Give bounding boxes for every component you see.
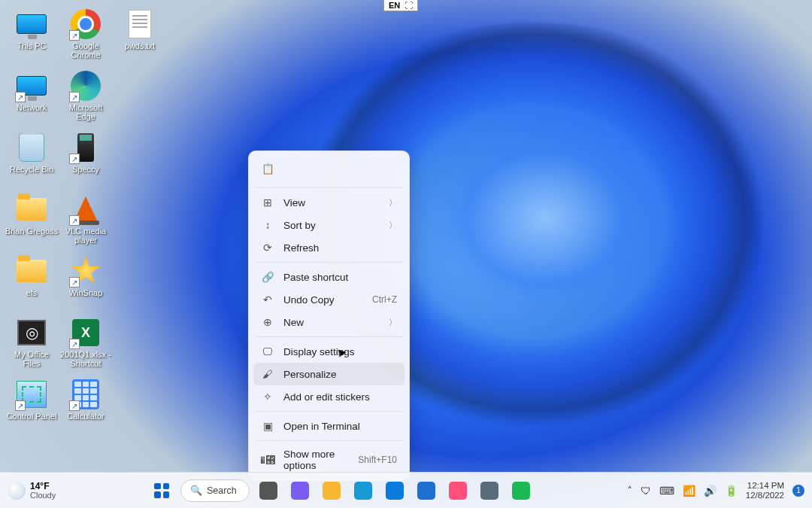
ctx-item-hint: Ctrl+Z: [372, 294, 397, 305]
tray-volume-icon[interactable]: 🔊: [704, 485, 717, 497]
desktop-context-menu: 📋 ⊞ View 〉 ↕ Sort by 〉 ⟳ Refresh 🔗 Paste…: [248, 151, 410, 481]
shortcut-overlay-icon: ↗: [69, 400, 80, 411]
desktop-icon-speccy[interactable]: ↗ Speccy: [59, 129, 113, 188]
taskbar-clock[interactable]: 12:14 PM 12/8/2022: [746, 481, 784, 500]
expand-icon: ⛶: [404, 1, 413, 10]
ctx-show-more[interactable]: �⵫ Show more options Shift+F10: [253, 444, 404, 476]
network-icon: ↗: [15, 69, 48, 102]
taskbar-app-photos[interactable]: [445, 478, 471, 503]
desktop-icon-brian-gregoss[interactable]: Brian Gregoss: [5, 191, 59, 250]
ctx-item-label: Undo Copy: [283, 294, 363, 306]
shortcut-overlay-icon: ↗: [69, 154, 80, 164]
calculator-icon: ↗: [69, 378, 102, 411]
desktop-icon-label: Speccy: [72, 165, 99, 174]
taskbar-app-settings[interactable]: [477, 478, 502, 503]
ctx-new[interactable]: ⊕ New 〉: [253, 311, 404, 333]
desktop-icon-label: Microsoft Edge: [59, 103, 113, 121]
ctx-sort-by[interactable]: ↕ Sort by 〉: [253, 214, 404, 236]
excel-shortcut-icon: X↗: [69, 316, 102, 349]
search-icon: 🔍: [190, 485, 202, 496]
shortcut-overlay-icon: ↗: [69, 339, 80, 349]
store-icon: [386, 482, 404, 500]
desktop-icon-network[interactable]: ↗ Network: [5, 68, 59, 126]
weather-widget[interactable]: 14°F Cloudy: [8, 482, 56, 500]
desktop-icon-winsnap[interactable]: ↗ WinSnap: [59, 253, 113, 312]
grid-icon: ⊞: [261, 196, 274, 209]
display-icon: 🖵: [261, 345, 274, 358]
notification-badge[interactable]: 1: [792, 485, 804, 497]
ctx-toolbar-paste[interactable]: 📋: [258, 159, 277, 178]
taskbar-app-mail[interactable]: [414, 478, 439, 503]
search-label: Search: [207, 485, 237, 496]
brush-icon: 🖌: [261, 367, 274, 381]
taskbar-left: 14°F Cloudy: [8, 482, 56, 500]
desktop-icon-label: 2001Q1.xlsx - Shortcut: [59, 350, 113, 368]
desktop-icon-pwds-txt[interactable]: pwds.txt: [113, 6, 167, 65]
taskbar-app-chat[interactable]: [287, 478, 313, 503]
taskbar-app-store[interactable]: [382, 478, 408, 503]
weather-icon: [8, 482, 26, 500]
taskbar-search[interactable]: 🔍Search: [180, 479, 250, 502]
ctx-item-label: Refresh: [283, 242, 397, 254]
spotify-icon: [512, 482, 530, 500]
ctx-open-terminal[interactable]: ▣ Open in Terminal: [253, 415, 404, 437]
ctx-item-label: Add or edit stickers: [283, 391, 397, 403]
sticker-icon: ✧: [261, 390, 274, 403]
desktop-icon-calculator[interactable]: ↗ Calculator: [59, 376, 113, 435]
chevron-right-icon: 〉: [389, 317, 397, 328]
desktop-icon-google-chrome[interactable]: ↗ Google Chrome: [59, 6, 113, 65]
ctx-display-settings[interactable]: 🖵 Display settings: [253, 340, 404, 363]
taskbar-app-task-view[interactable]: [256, 478, 281, 503]
plus-icon: ⊕: [261, 315, 274, 329]
desktop-icon-efs[interactable]: efs: [5, 253, 59, 312]
desktop-icon-vlc[interactable]: ↗ VLC media player: [59, 191, 113, 250]
start-button[interactable]: [149, 478, 174, 503]
tray-overflow-button[interactable]: ˄: [627, 485, 632, 497]
chevron-right-icon: 〉: [389, 220, 397, 231]
pwds-txt-icon: [123, 8, 156, 41]
ctx-item-label: Open in Terminal: [283, 421, 397, 432]
desktop-icon-this-pc[interactable]: This PC: [5, 6, 59, 65]
undo-icon: ↶: [261, 293, 274, 306]
taskbar-right-tray: ˄🛡⌨📶🔊🔋 12:14 PM 12/8/2022 1: [627, 481, 804, 500]
desktop-icon-label: This PC: [17, 41, 46, 50]
ctx-item-label: View: [283, 197, 380, 208]
tray-wifi-icon[interactable]: 📶: [683, 485, 695, 497]
clock-time: 12:14 PM: [747, 481, 784, 491]
ctx-item-label: Sort by: [283, 220, 380, 231]
ctx-stickers[interactable]: ✧ Add or edit stickers: [253, 385, 404, 408]
tray-security-icon[interactable]: 🛡: [641, 485, 651, 497]
mail-icon: [417, 482, 435, 500]
language-indicator[interactable]: EN ⛶: [383, 0, 418, 11]
desktop-icon-label: My Office Files: [5, 350, 59, 368]
ctx-refresh[interactable]: ⟳ Refresh: [253, 236, 404, 259]
microsoft-edge-icon: ↗: [69, 69, 102, 102]
context-menu-toolbar: 📋: [253, 156, 404, 184]
shortcut-overlay-icon: ↗: [69, 277, 80, 287]
shortcut-overlay-icon: ↗: [69, 215, 80, 226]
tray-keyboard-icon[interactable]: ⌨: [659, 485, 674, 497]
clock-date: 12/8/2022: [746, 491, 784, 500]
ctx-personalize[interactable]: 🖌 Personalize: [253, 363, 404, 385]
desktop-icon-label: Google Chrome: [59, 41, 113, 59]
ctx-undo-copy[interactable]: ↶ Undo Copy Ctrl+Z: [253, 288, 404, 311]
weather-condition: Cloudy: [30, 491, 56, 500]
desktop-icon-control-panel[interactable]: ↗ Control Panel: [5, 376, 59, 435]
desktop-icon-recycle-bin[interactable]: Recycle Bin: [5, 129, 59, 188]
taskbar-app-edge[interactable]: [350, 478, 376, 503]
desktop-icon-my-office-files[interactable]: ◎ My Office Files: [5, 315, 59, 373]
desktop-icon-label: Network: [17, 103, 47, 112]
ctx-paste-shortcut[interactable]: 🔗 Paste shortcut: [253, 266, 404, 288]
taskbar-app-file-explorer[interactable]: [319, 478, 344, 503]
ctx-item-label: Paste shortcut: [283, 272, 397, 283]
desktop-icon-excel-shortcut[interactable]: X↗ 2001Q1.xlsx - Shortcut: [59, 315, 113, 373]
weather-temp: 14°F: [30, 482, 56, 491]
taskbar-center: 🔍Search: [149, 478, 534, 503]
taskbar-app-spotify[interactable]: [508, 478, 534, 503]
ctx-item-label: Personalize: [283, 369, 397, 380]
tray-battery-icon[interactable]: 🔋: [725, 485, 738, 497]
desktop-icon-microsoft-edge[interactable]: ↗ Microsoft Edge: [59, 68, 113, 126]
vlc-icon: ↗: [69, 193, 102, 226]
desktop-icon-label: WinSnap: [69, 288, 103, 297]
ctx-view[interactable]: ⊞ View 〉: [253, 191, 404, 214]
